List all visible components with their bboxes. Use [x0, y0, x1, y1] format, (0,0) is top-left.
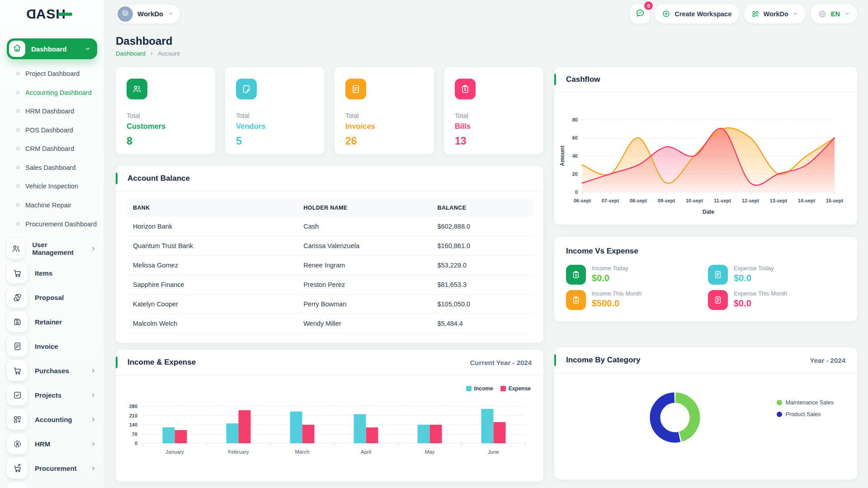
- sidebar-item-project-dashboard[interactable]: Project Dashboard: [0, 65, 104, 84]
- account-balance-title: Account Balance: [127, 174, 190, 183]
- income-expense-header: Income & Expense Current Year - 2024: [116, 350, 543, 375]
- messages-button[interactable]: 0: [630, 4, 650, 23]
- sidebar-group-dashboard[interactable]: Dashboard: [7, 38, 97, 59]
- topbar: WorkDo 0 Create Workspace: [116, 0, 857, 28]
- table-cell: Melissa Gomez: [127, 256, 297, 275]
- svg-text:$: $: [464, 88, 467, 92]
- create-workspace-button[interactable]: Create Workspace: [655, 4, 739, 23]
- left-column: TotalCustomers8TotalVendors5TotalInvoice…: [116, 67, 543, 482]
- account-balance-card: Account Balance BANKHOLDER NAMEBALANCE H…: [116, 166, 543, 343]
- language-button[interactable]: EN: [811, 4, 857, 23]
- ive-item-income-this-month: $Income This Month$500.0: [566, 290, 703, 310]
- stat-name: Invoices: [345, 122, 423, 131]
- sidebar-item-procurement[interactable]: Procurement: [0, 457, 104, 479]
- sidebar-item-proposal[interactable]: Proposal: [0, 286, 104, 309]
- income-expense-chart: 070140210280JanuaryFebruaryMarchAprilMay…: [116, 375, 543, 483]
- table-body: Horizon BankCash$602,888.0Quantum Trust …: [127, 217, 533, 333]
- cashflow-header: Cashflow: [554, 67, 857, 93]
- legend-swatch: [500, 386, 506, 391]
- table-cell: $53,229.0: [431, 256, 533, 275]
- hrm-icon: [13, 439, 22, 449]
- chevron-right-icon: [90, 441, 96, 447]
- table-cell: Cash: [297, 217, 431, 236]
- cart-icon: [13, 366, 22, 375]
- svg-text:80: 80: [572, 117, 578, 122]
- sidebar-item-projects[interactable]: Projects: [0, 384, 104, 406]
- workspace-chip-label: WorkDo: [137, 10, 163, 18]
- stat-value: 26: [345, 135, 423, 147]
- chevron-down-icon: [85, 46, 91, 52]
- sidebar-item-pos-dashboard[interactable]: POS Dashboard: [0, 121, 104, 140]
- cart-icon: [13, 268, 22, 278]
- account-balance-table: BANKHOLDER NAMEBALANCE Horizon BankCash$…: [127, 199, 533, 333]
- app-logo[interactable]: DASH: [26, 7, 66, 21]
- bullet-icon: [16, 203, 19, 206]
- sidebar-item-pos[interactable]: POS: [0, 481, 104, 488]
- table-cell: $602,888.0: [431, 217, 533, 236]
- donut-chart-legend: Maintenance SalesProduct Sales: [777, 399, 834, 418]
- sidebar-item-sales-dashboard[interactable]: Sales Dashboard: [0, 159, 104, 178]
- breadcrumb: Dashboard Account: [116, 50, 857, 57]
- sidebar-item-retainer[interactable]: Retainer: [0, 310, 104, 333]
- logo-dash-bar: [58, 13, 72, 16]
- file-icon: [713, 270, 722, 279]
- legend-dot: [777, 412, 782, 417]
- menu-icon-box: [7, 238, 25, 259]
- stat-value: 5: [236, 135, 314, 147]
- svg-text:11-sept: 11-sept: [714, 198, 731, 203]
- stat-icon-box: $: [455, 79, 476, 99]
- sidebar-item-accounting-dashboard[interactable]: Accounting Dashboard: [0, 84, 104, 103]
- right-column: Cashflow 02040608006-sept07-sept08-sept0…: [554, 67, 857, 482]
- notification-badge: 0: [644, 1, 653, 10]
- users-icon: [11, 244, 21, 253]
- file-icon: [13, 342, 22, 351]
- table-cell: Wendy Miller: [297, 314, 431, 333]
- sidebar-item-accounting[interactable]: Accounting: [0, 408, 104, 431]
- workspace-menu-button[interactable]: WorkDo: [744, 4, 806, 23]
- legend-label: Product Sales: [786, 411, 821, 418]
- svg-text:15-sept: 15-sept: [826, 198, 844, 203]
- sidebar: DASH Dashboard Project DashboardAccounti…: [0, 0, 104, 488]
- clipboard-dollar-icon: $: [571, 296, 580, 305]
- income-by-category-chart: Maintenance SalesProduct Sales: [554, 373, 857, 481]
- table-row: Horizon BankCash$602,888.0: [127, 217, 533, 236]
- sidebar-item-hrm-dashboard[interactable]: HRM Dashboard: [0, 102, 104, 121]
- home-icon-box: [9, 41, 25, 57]
- stat-card-customers: TotalCustomers8: [116, 67, 215, 154]
- sidebar-item-label: Procurement Dashboard: [25, 220, 97, 229]
- stat-total-label: Total: [236, 112, 314, 119]
- svg-text:10-sept: 10-sept: [686, 198, 703, 203]
- ive-icon-box: [708, 265, 728, 285]
- sidebar-item-vehicle-inspection[interactable]: Vehicle Inspection: [0, 177, 104, 196]
- bullet-icon: [16, 184, 19, 188]
- table-cell: $105,050.0: [431, 295, 533, 314]
- sidebar-item-purchases[interactable]: Purchases: [0, 359, 104, 382]
- sidebar-item-label: Projects: [35, 391, 61, 399]
- bar-chart-legend: IncomeExpense: [466, 385, 531, 392]
- language-label: EN: [831, 10, 840, 18]
- menu-icon-box: [7, 409, 28, 430]
- sidebar-item-user-management[interactable]: User Management: [0, 237, 104, 260]
- breadcrumb-dashboard[interactable]: Dashboard: [116, 50, 146, 57]
- svg-text:June: June: [488, 449, 499, 455]
- ive-item-expense-this-month: Expense This Month$0.0: [708, 290, 845, 310]
- sidebar-item-items[interactable]: Items: [0, 262, 104, 284]
- sidebar-item-label: Purchases: [35, 367, 69, 375]
- sidebar-item-invoice[interactable]: Invoice: [0, 335, 104, 357]
- table-cell: Renee Ingram: [297, 256, 431, 275]
- grid-plus-icon: [751, 10, 760, 18]
- globe-icon: [818, 9, 827, 19]
- chevron-right-icon: [90, 465, 96, 471]
- svg-text:May: May: [425, 449, 435, 455]
- workspace-chip[interactable]: WorkDo: [116, 5, 180, 23]
- income-vs-expense-title: Income Vs Expense: [566, 247, 845, 256]
- stat-icon-box: [127, 79, 147, 99]
- ive-text: Expense Today$0.0: [734, 265, 774, 283]
- sidebar-item-procurement-dashboard[interactable]: Procurement Dashboard: [0, 215, 104, 234]
- sidebar-item-machine-repair[interactable]: Machine Repair: [0, 196, 104, 215]
- chevron-right-icon: [149, 51, 154, 56]
- sidebar-item-crm-dashboard[interactable]: CRM Dashboard: [0, 140, 104, 159]
- svg-text:60: 60: [572, 135, 578, 141]
- sidebar-item-hrm[interactable]: HRM: [0, 432, 104, 455]
- menu-icon-box: [7, 336, 28, 357]
